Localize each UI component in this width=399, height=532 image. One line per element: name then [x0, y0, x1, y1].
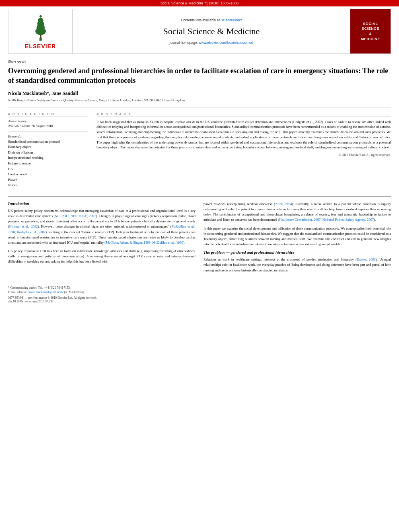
sciencedirect-link[interactable]: ScienceDirect [221, 18, 242, 22]
keyword-6: UK [8, 166, 88, 172]
history-label: Article history: [8, 119, 88, 123]
article-info-abstract-row: A R T I C L E I N F O Article history: A… [8, 112, 391, 191]
keyword-7: Cardiac arrest [8, 172, 88, 177]
page-footer: * Corresponding author. Tel.: +44 (0)20 … [8, 283, 391, 304]
issn-text: 0277-9536/$ — see front matter © 2010 El… [8, 296, 391, 300]
keyword-4: Interprofessional working [8, 155, 88, 161]
issn-doi-line: 0277-9536/$ — see front matter © 2010 El… [8, 296, 391, 303]
author-affiliation: NIHR King's Patient Safety and Service Q… [8, 98, 391, 102]
header-divider [8, 107, 391, 107]
abstract-header: A B S T R A C T [97, 112, 391, 117]
journal-title: Social Science & Medicine [163, 26, 259, 37]
journal-homepage-line: journal homepage: www.elsevier.com/locat… [170, 41, 253, 45]
intro-right-para-2: In this paper we examine the social deve… [204, 226, 391, 247]
ncepod-ref[interactable]: NCEPOD, 2005; NICE, 2007 [55, 214, 96, 218]
abstract-body-divider [8, 196, 391, 197]
svg-point-6 [39, 15, 42, 18]
elsevier-tree-icon [29, 13, 53, 41]
journal-cover-text: SOCIAL SCIENCE & MEDICINE [361, 21, 380, 41]
doi-text: doi:10.1016/j.socscimed.2010.07.037 [8, 300, 391, 303]
citation-bar: Social Science & Medicine 71 (2010) 1683… [0, 0, 399, 6]
abstract-text: It has been suggested that as many as 23… [97, 119, 391, 150]
keyword-5: Failure to rescue [8, 161, 88, 166]
keywords-label: Keywords: [8, 135, 88, 138]
article-info-header: A R T I C L E I N F O [8, 112, 88, 117]
keyword-9: Nurses [8, 183, 88, 188]
davies-ref[interactable]: Davies, 2003 [357, 257, 376, 261]
journal-header: ELSEVIER Contents lists available at Sci… [8, 9, 391, 54]
journal-header-main: Contents lists available at ScienceDirec… [73, 9, 350, 53]
intro-heading: Introduction [8, 201, 195, 206]
allen-ref[interactable]: Allen, 2004 [275, 202, 292, 206]
corresponding-author-note: * Corresponding author. Tel.: +44 (0)20 … [8, 286, 391, 290]
problem-heading: The problem — gendered and professional … [204, 250, 391, 255]
elsevier-brand-text: ELSEVIER [25, 43, 56, 49]
elsevier-logo-area: ELSEVIER [8, 9, 73, 53]
copyright-line: © 2010 Elsevier Ltd. All rights reserved… [97, 153, 391, 157]
keywords-group: Keywords: Standardised communication pro… [8, 135, 88, 188]
author-names: Nicola Mackintosh*, Jane Sandall [8, 90, 391, 97]
mcgloin-ref[interactable]: McGloin, Adam, & Singer, 1999; McQuillan… [106, 240, 183, 244]
author-email-link[interactable]: nicola.mackintosh@kcl.ac.uk [28, 290, 64, 294]
keyword-2: Boundary object [8, 144, 88, 150]
article-info-col: A R T I C L E I N F O Article history: A… [8, 112, 88, 191]
svg-rect-0 [39, 38, 42, 41]
sciencedirect-line: Contents lists available at ScienceDirec… [181, 18, 242, 22]
article-history-group: Article history: Available online 26 Aug… [8, 119, 88, 128]
intro-para-1: UK patient safety policy documents ackno… [8, 208, 195, 245]
citation-text: Social Science & Medicine 71 (2010) 1683… [160, 1, 239, 5]
email-line: E-mail address: nicola.mackintosh@kcl.ac… [8, 290, 391, 294]
keyword-3: Division of labour [8, 150, 88, 156]
content-wrapper: Short report Overcoming gendered and pro… [8, 60, 391, 276]
hc-ref[interactable]: Healthcare Commission, 2007; National Pa… [279, 218, 374, 222]
journal-cover: SOCIAL SCIENCE & MEDICINE [350, 9, 391, 53]
body-text-section: Introduction UK patient safety policy do… [8, 201, 391, 276]
keywords-list: Standardised communication protocol Boun… [8, 139, 88, 188]
body-left-col: Introduction UK patient safety policy do… [8, 201, 195, 276]
article-type-label: Short report [8, 60, 391, 64]
hillman-ref[interactable]: Hillman et al., 2002 [9, 224, 38, 228]
problem-para-1: Relations at work in healthcare settings… [204, 257, 391, 273]
abstract-col: A B S T R A C T It has been suggested th… [97, 112, 391, 191]
elsevier-logo: ELSEVIER [25, 13, 56, 49]
keyword-8: Power [8, 177, 88, 183]
article-title: Overcoming gendered and professional hie… [8, 66, 391, 86]
intro-right-para-1: power relations underpinning medical dis… [204, 201, 391, 223]
available-online: Available online 26 August 2010 [8, 124, 88, 128]
journal-homepage-link[interactable]: www.elsevier.com/locate/socscimed [199, 41, 253, 45]
keyword-1: Standardised communication protocol [8, 139, 88, 145]
info-divider [8, 131, 88, 131]
intro-para-2: UK policy response to FTR has been to fo… [8, 249, 195, 265]
body-right-col: power relations underpinning medical dis… [204, 201, 391, 276]
